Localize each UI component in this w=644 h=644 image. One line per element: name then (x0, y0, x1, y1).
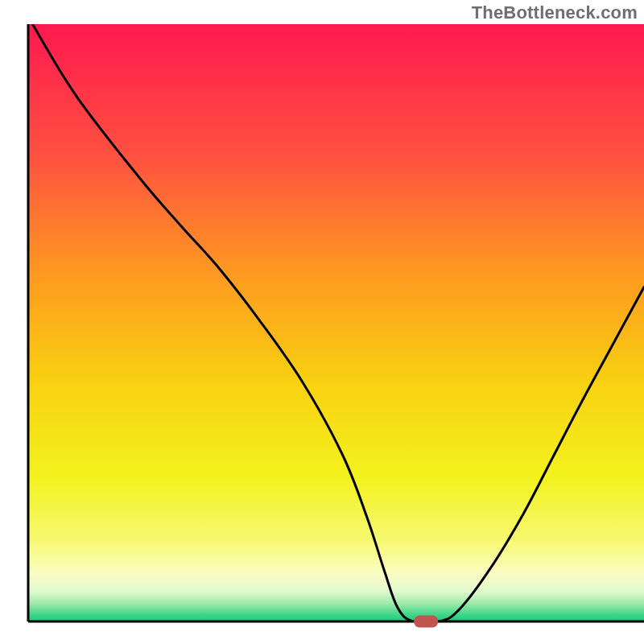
chart-container: TheBottleneck.com (0, 0, 644, 644)
plot-background (28, 24, 644, 621)
watermark-text: TheBottleneck.com (472, 2, 638, 23)
optimal-marker (414, 616, 438, 628)
bottleneck-chart (0, 0, 644, 644)
